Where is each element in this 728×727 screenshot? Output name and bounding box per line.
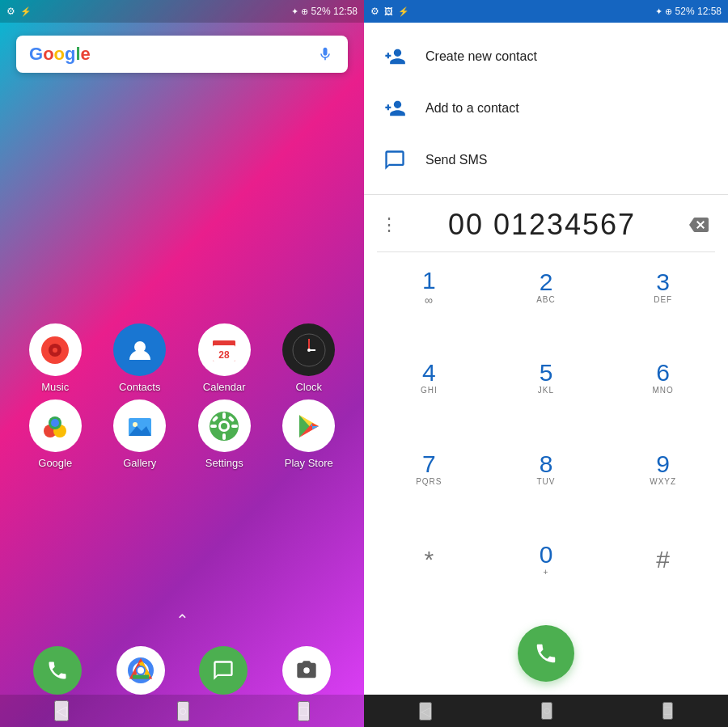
- dock-camera[interactable]: [282, 646, 331, 695]
- left-battery: 52% 12:58: [311, 6, 358, 17]
- svg-point-16: [51, 419, 59, 427]
- playstore-label: Play Store: [285, 457, 333, 469]
- key-5[interactable]: 5 JKL: [518, 349, 574, 406]
- google-app-label: Google: [38, 457, 72, 469]
- context-menu: Create new contact Add to a contact Send…: [364, 23, 728, 195]
- app-item-playstore[interactable]: Play Store: [270, 399, 349, 469]
- right-battery-time: 52% 12:58: [675, 6, 722, 17]
- app-item-gallery[interactable]: Gallery: [101, 399, 180, 469]
- usb-status-icon: ⚡: [20, 6, 32, 17]
- settings-app-label: Settings: [205, 457, 243, 469]
- calendar-icon: 28: [198, 323, 251, 376]
- dialer-divider: [377, 251, 715, 252]
- key-4[interactable]: 4 GHI: [400, 349, 457, 406]
- key-star[interactable]: *: [400, 531, 457, 588]
- app-item-settings[interactable]: Settings: [185, 399, 264, 469]
- calendar-label: Calendar: [203, 381, 246, 393]
- home-button-right[interactable]: ○: [541, 702, 552, 720]
- svg-rect-25: [210, 425, 217, 428]
- music-label: Music: [41, 381, 69, 393]
- right-status-right: ✦ ⊕ 52% 12:58: [655, 6, 722, 17]
- app-item-music[interactable]: Music: [16, 323, 95, 393]
- google-search-bar[interactable]: Google: [16, 36, 348, 73]
- send-sms-icon: [380, 146, 409, 175]
- left-nav-bar: ◁ ○ □: [0, 695, 364, 727]
- key-2[interactable]: 2 ABC: [518, 259, 574, 315]
- usb-icon-right: ⚡: [398, 6, 409, 17]
- drawer-handle[interactable]: ⌃: [176, 611, 189, 630]
- svg-point-2: [53, 348, 57, 353]
- back-button-left[interactable]: ◁: [54, 700, 69, 721]
- google-app-icon: [29, 399, 82, 452]
- gallery-icon: [113, 399, 166, 452]
- dialer-more-button[interactable]: ⋮: [377, 211, 401, 239]
- dock-messages[interactable]: [199, 646, 248, 695]
- image-icon-right: 🖼: [384, 6, 393, 16]
- add-to-contact-icon: [380, 94, 409, 123]
- right-status-icons: ⚙ 🖼 ⚡: [370, 6, 409, 17]
- home-button-left[interactable]: ○: [177, 701, 189, 721]
- left-panel: ⚙ ⚡ ✦ ⊕ 52% 12:58 Google: [0, 0, 364, 727]
- key-hash[interactable]: #: [635, 531, 692, 588]
- dialer-number-row: ⋮ 00 01234567: [364, 195, 728, 248]
- create-contact-item[interactable]: Create new contact: [364, 31, 728, 82]
- clock-icon: [282, 323, 335, 376]
- contacts-icon: [113, 323, 166, 376]
- send-sms-item[interactable]: Send SMS: [364, 134, 728, 186]
- google-logo: Google: [29, 44, 91, 65]
- key-9[interactable]: 9 WXYZ: [635, 441, 692, 497]
- call-button[interactable]: [518, 625, 574, 682]
- dialer-number-display: 00 01234567: [408, 208, 676, 242]
- left-status-icons: ⚙ ⚡: [6, 6, 32, 17]
- svg-text:28: 28: [219, 349, 231, 361]
- keypad: 1 ∞ 2 ABC 3 DEF 4 GHI: [364, 256, 728, 619]
- clock-label: Clock: [295, 381, 322, 393]
- add-to-contact-item[interactable]: Add to a contact: [364, 82, 728, 134]
- right-panel: ⚙ 🖼 ⚡ ✦ ⊕ 52% 12:58 Create new contact: [364, 0, 728, 727]
- app-item-contacts[interactable]: Contacts: [101, 323, 180, 393]
- svg-point-12: [307, 349, 311, 352]
- left-dock: [0, 646, 364, 695]
- svg-point-18: [133, 422, 138, 427]
- key-8[interactable]: 8 TUV: [518, 441, 574, 497]
- gallery-label: Gallery: [123, 457, 156, 469]
- recents-button-right[interactable]: □: [662, 702, 674, 720]
- key-7[interactable]: 7 PQRS: [400, 441, 457, 497]
- settings-icon-right: ⚙: [370, 6, 379, 17]
- svg-rect-24: [222, 433, 226, 440]
- dock-chrome[interactable]: [116, 646, 165, 695]
- right-status-bar: ⚙ 🖼 ⚡ ✦ ⊕ 52% 12:58: [364, 0, 728, 23]
- create-contact-label: Create new contact: [425, 49, 537, 64]
- svg-rect-23: [222, 412, 226, 419]
- svg-point-37: [138, 667, 144, 674]
- dock-phone[interactable]: [33, 646, 82, 695]
- app-item-calendar[interactable]: 28 Calendar: [185, 323, 264, 393]
- svg-rect-26: [231, 425, 238, 428]
- playstore-icon: [282, 399, 335, 452]
- music-icon: [29, 323, 82, 376]
- dialer-backspace-button[interactable]: [683, 209, 715, 241]
- left-status-right: ✦ ⊕ 52% 12:58: [291, 6, 358, 17]
- send-sms-label: Send SMS: [425, 153, 487, 167]
- key-6[interactable]: 6 MNO: [635, 349, 692, 406]
- back-button-right[interactable]: ◁: [419, 702, 432, 721]
- contacts-label: Contacts: [119, 381, 160, 393]
- key-3[interactable]: 3 DEF: [635, 259, 692, 315]
- app-item-clock[interactable]: Clock: [270, 323, 349, 393]
- mic-icon[interactable]: [315, 44, 335, 64]
- left-status-bar: ⚙ ⚡ ✦ ⊕ 52% 12:58: [0, 0, 364, 23]
- svg-point-22: [221, 423, 227, 429]
- create-contact-icon: [380, 42, 409, 71]
- key-0[interactable]: 0 +: [518, 531, 574, 588]
- right-nav-bar: ◁ ○ □: [364, 695, 728, 727]
- app-grid: Music Contacts: [0, 210, 364, 485]
- right-network-icons: ✦ ⊕: [655, 6, 672, 17]
- app-item-google[interactable]: Google: [16, 399, 95, 469]
- add-to-contact-label: Add to a contact: [425, 101, 519, 116]
- key-1[interactable]: 1 ∞: [400, 259, 457, 315]
- dialer-section: ⋮ 00 01234567 1 ∞ 2 ABC: [364, 195, 728, 695]
- settings-status-icon: ⚙: [6, 6, 15, 17]
- recents-button-left[interactable]: □: [298, 701, 310, 721]
- settings-app-icon: [198, 399, 251, 452]
- call-button-row: [364, 619, 728, 695]
